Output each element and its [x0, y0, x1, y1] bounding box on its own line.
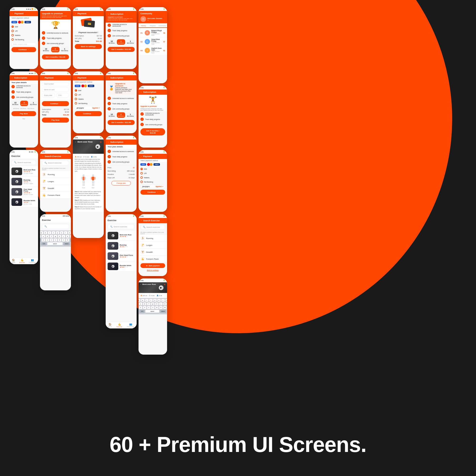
key-r[interactable]: r [48, 231, 51, 234]
key-v[interactable]: v [54, 238, 57, 241]
nav-tab-training[interactable]: Training [138, 24, 148, 28]
su-1mo[interactable]: 1$12.00/mo [126, 112, 135, 118]
pm3-netbanking[interactable]: Net Banking [138, 180, 167, 184]
key-z[interactable]: z [42, 238, 45, 241]
kb2-space[interactable]: space [145, 310, 159, 313]
kb2-g[interactable]: g [151, 303, 154, 305]
search-item-deadlift[interactable]: 🏋 Deadlift [40, 185, 71, 192]
netbanking-radio[interactable] [11, 38, 14, 41]
el2-russian-play[interactable]: ▶ [112, 265, 115, 268]
s2-btn[interactable]: Get 3 months / $12.00 [140, 128, 165, 136]
expiry-field[interactable]: Expiry date [42, 93, 55, 98]
key-g[interactable]: g [54, 235, 57, 238]
nav-community[interactable]: 👥 Community [29, 259, 36, 263]
upi-2[interactable]: UPI [73, 93, 104, 97]
wallets-radio-2[interactable] [75, 98, 77, 100]
key-e[interactable]: e [44, 231, 47, 234]
pm3-emi[interactable]: EMI [138, 167, 167, 171]
el2-bent-play[interactable]: ▶ [112, 234, 115, 237]
emi-option[interactable]: EMI [10, 24, 38, 29]
nav-home[interactable]: 🏠 Home [11, 259, 15, 263]
su-12mo[interactable]: 12$4.50/mo [108, 112, 116, 118]
kb2-o[interactable]: o [165, 299, 167, 302]
emi-radio-2[interactable] [75, 89, 77, 92]
pm3-wallets-radio[interactable] [140, 176, 143, 179]
change-plan-btn[interactable]: Change plan [108, 181, 135, 186]
search-item-running[interactable]: 🏃 Running [40, 171, 71, 178]
se2-back-settings[interactable]: Back to settings [138, 269, 167, 272]
kb2-u[interactable]: u [157, 299, 161, 302]
price-12mo[interactable]: 12 $5.00/mo [11, 101, 19, 106]
kb2-r[interactable]: r [145, 299, 149, 302]
wallets-option[interactable]: Wallets [10, 33, 38, 37]
kb2-c[interactable]: c [147, 306, 151, 309]
cvv-field[interactable]: CVV [56, 93, 69, 98]
sc-1mo[interactable]: 1$12.00/mo [126, 39, 135, 45]
pm3-nb-radio[interactable] [140, 181, 143, 183]
upi-option[interactable]: UPI [10, 29, 38, 33]
kb2-123[interactable]: 123 [139, 310, 145, 313]
key-m[interactable]: m [66, 238, 69, 241]
key-f[interactable]: f [50, 235, 53, 238]
kb2-v[interactable]: v [151, 306, 154, 309]
kb2-d[interactable]: d [143, 303, 146, 305]
netbanking-2[interactable]: Net Banking [73, 101, 104, 105]
price-3mo[interactable]: 3 $4.00/mo [20, 101, 28, 106]
su-get-btn[interactable]: Get 3 months / $12.00 [108, 120, 135, 125]
up-1mo[interactable]: 1$12.00/mo [60, 47, 69, 52]
sc-btn[interactable]: Get 3 months / $12.00 [108, 47, 135, 52]
nb-radio-2[interactable] [75, 102, 77, 104]
key-x[interactable]: x [46, 238, 49, 241]
kb2-f[interactable]: f [147, 303, 151, 305]
back-arrow[interactable]: ← [11, 12, 14, 15]
key-s[interactable]: s [42, 235, 45, 238]
key-o[interactable]: o [68, 231, 71, 234]
kb2-k[interactable]: k [163, 303, 167, 305]
key-t[interactable]: t [52, 231, 55, 234]
up-3mo[interactable]: 3$4.00/mo [51, 47, 60, 52]
bent-play[interactable]: ▶ [16, 170, 18, 173]
pm3-upi[interactable]: UPI [138, 171, 167, 175]
nav-home-2[interactable]: 🏠 Home [108, 323, 112, 327]
search-bar-el2[interactable]: 🔍 Search exercise [108, 224, 135, 229]
key-c[interactable]: c [50, 238, 53, 241]
gym-play-btn[interactable]: ▶ [95, 144, 100, 149]
upi-radio[interactable] [11, 30, 14, 32]
search-input-1[interactable]: 🔍 Search exercise [42, 160, 69, 165]
br2-bookmark[interactable]: ★ [164, 283, 166, 286]
key-l[interactable]: l [70, 235, 71, 238]
pm3-upi-radio[interactable] [140, 172, 143, 174]
bookmark-icon[interactable]: ★ [100, 141, 102, 143]
kb2-j[interactable]: j [159, 303, 163, 305]
search-bar-kb[interactable]: 🔍 [42, 224, 69, 229]
change-plan-inner[interactable]: Change plan [111, 181, 131, 186]
card-name-field[interactable]: Name on card [42, 87, 69, 92]
key-d[interactable]: d [46, 235, 49, 238]
exercise-search-bar-1[interactable]: 🔍 Search exercise [11, 160, 36, 165]
se2-running[interactable]: 🏃 Running [138, 235, 167, 242]
key-u[interactable]: u [60, 231, 63, 234]
wallets-radio[interactable] [11, 34, 14, 36]
key-a[interactable]: a [40, 235, 41, 238]
kb2-z[interactable]: z [139, 306, 142, 309]
key-y[interactable]: y [56, 231, 59, 234]
kb2-y[interactable]: y [153, 299, 157, 302]
up-12mo[interactable]: 12$5.00/mo [42, 47, 50, 52]
su-3mo[interactable]: 3$4.00/mo [117, 112, 125, 118]
sc-3mo[interactable]: 3$4.00/mo [117, 39, 125, 45]
kb2-t[interactable]: t [149, 299, 153, 302]
pm3-emi-radio[interactable] [140, 168, 143, 170]
skip-link[interactable]: Skip [10, 117, 38, 120]
kb2-return[interactable]: return [160, 310, 166, 313]
se2-plank[interactable]: 💪 Forearm Plank [138, 255, 167, 262]
kb2-b[interactable]: b [155, 306, 158, 309]
card-number-field[interactable]: Card number [42, 82, 69, 86]
key-123[interactable]: 123 [41, 242, 47, 245]
nav-exercise[interactable]: 💪 Exercise [19, 259, 25, 263]
running-play[interactable]: ▶ [16, 180, 18, 183]
pm3-continue[interactable]: Continue → [140, 190, 165, 195]
upi-radio-2[interactable] [75, 94, 77, 96]
key-n[interactable]: n [62, 238, 65, 241]
key-shift[interactable]: ⇧ [40, 238, 41, 241]
kb2-e[interactable]: e [141, 299, 144, 302]
